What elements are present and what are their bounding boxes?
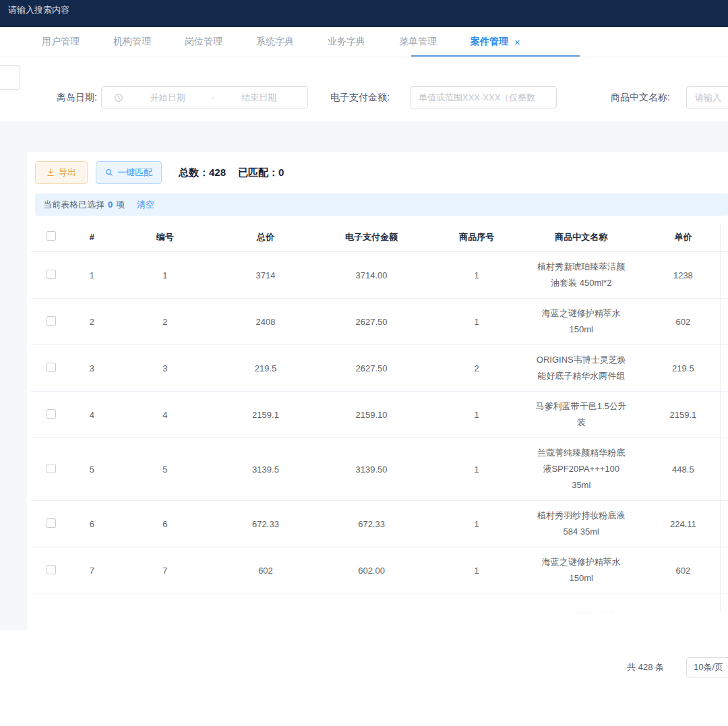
one-click-match-button[interactable]: 一键匹配 xyxy=(96,161,162,184)
column-header: 电子支付金额 xyxy=(314,231,429,243)
total-label: 总数： xyxy=(179,167,209,178)
column-header: 商品序号 xyxy=(429,231,524,243)
row-checkbox[interactable] xyxy=(47,363,56,372)
table-row: 553139.53139.501兰蔻菁纯臻颜精华粉底液SPF20PA+++100… xyxy=(31,438,728,501)
selection-suffix: 项 xyxy=(116,199,125,211)
table-body: 1137143714.001植村秀新琥珀臻萃洁颜油套装 450ml*212382… xyxy=(31,252,728,615)
row-checkbox[interactable] xyxy=(47,316,56,326)
tab-菜单管理[interactable]: 菜单管理 xyxy=(399,27,437,57)
global-search-input[interactable]: 请输入搜索内容 xyxy=(8,4,69,16)
cell-paid: 672.33 xyxy=(314,519,429,529)
tab-label: 菜单管理 xyxy=(399,36,437,48)
tab-业务字典[interactable]: 业务字典 xyxy=(328,27,365,57)
cell-name: ORIGINS韦博士灵芝焕能好底子精华水两件组 xyxy=(524,352,638,384)
matched-value: 0 xyxy=(278,167,284,178)
table-row: 442159.12159.101马爹利蓝带干邑1.5公升装2159.1 xyxy=(31,392,728,438)
table-row: 77602602.001海蓝之谜修护精萃水 150ml602 xyxy=(31,547,728,594)
cell-index: 1 xyxy=(71,270,113,280)
cell-total: 3714 xyxy=(217,270,313,280)
row-checkbox[interactable] xyxy=(47,464,56,473)
cell-code: 3 xyxy=(113,363,217,373)
cell-code: 4 xyxy=(113,410,217,420)
cell-paid: 3714.00 xyxy=(314,270,429,280)
cell-paid: 3139.50 xyxy=(314,464,429,475)
tab-用户管理[interactable]: 用户管理 xyxy=(42,27,80,57)
data-table: #编号总价电子支付金额商品序号商品中文名称单价 1137143714.001植村… xyxy=(31,222,728,615)
tab-案件管理[interactable]: 案件管理× xyxy=(471,27,520,57)
row-checkbox[interactable] xyxy=(47,565,56,574)
end-date-placeholder: 结束日期 xyxy=(218,92,301,104)
tab-label: 系统字典 xyxy=(256,36,294,48)
cell-unit: 270.87 xyxy=(638,611,728,615)
cell-code: 7 xyxy=(113,566,217,576)
cell-unit: 602 xyxy=(638,317,728,327)
cell-paid: 2627.50 xyxy=(314,317,429,327)
export-button[interactable]: 导出 xyxy=(35,161,88,184)
filter-section: 离岛日期: 开始日期 - 结束日期 电子支付金额: 商品中文名称: xyxy=(0,57,728,121)
row-checkbox[interactable] xyxy=(47,270,56,279)
cell-index: 4 xyxy=(71,410,113,420)
cell-code: 1 xyxy=(113,270,217,280)
table-row: 2224082627.501海蓝之谜修护精萃水 150ml602 xyxy=(31,299,728,345)
product-name-input[interactable] xyxy=(686,86,728,109)
amount-filter-label: 电子支付金额: xyxy=(330,86,390,109)
table-row: 1137143714.001植村秀新琥珀臻萃洁颜油套装 450ml*21238 xyxy=(31,252,728,299)
search-icon xyxy=(105,169,113,177)
cell-paid: 1083.47 xyxy=(314,611,429,615)
select-all-checkbox[interactable] xyxy=(47,231,56,241)
cell-seq: 1 xyxy=(429,519,524,529)
cell-index: 5 xyxy=(71,464,113,475)
pagination-total: 共 428 条 xyxy=(573,657,664,677)
tab-机构管理[interactable]: 机构管理 xyxy=(113,27,151,57)
cell-seq: 1 xyxy=(429,464,524,475)
close-icon[interactable]: × xyxy=(514,36,520,48)
case-management-page: 请输入搜索内容 用户管理机构管理岗位管理系统字典业务字典菜单管理案件管理× 离岛… xyxy=(0,0,728,726)
date-range-separator: - xyxy=(209,92,217,102)
cell-name: 卡诗菁纯亮泽经典香氛 xyxy=(524,608,638,615)
match-button-label: 一键匹配 xyxy=(117,167,152,179)
row-checkbox[interactable] xyxy=(47,610,56,615)
cell-name: 海蓝之谜修护精萃水 150ml xyxy=(524,554,638,586)
cell-code: 5 xyxy=(113,464,217,475)
table-row: 881083.471083.471卡诗菁纯亮泽经典香氛270.87 xyxy=(31,594,728,615)
date-range-input[interactable]: 开始日期 - 结束日期 xyxy=(101,86,308,109)
clear-selection-link[interactable]: 清空 xyxy=(137,199,154,211)
cell-total: 602 xyxy=(217,566,313,576)
tab-label: 机构管理 xyxy=(113,36,151,48)
tab-bar: 用户管理机构管理岗位管理系统字典业务字典菜单管理案件管理× xyxy=(0,27,728,57)
cell-total: 219.5 xyxy=(217,363,313,373)
cell-index: 6 xyxy=(71,519,113,529)
selection-bar: 当前表格已选择 0 项 清空 xyxy=(35,193,728,216)
amount-input[interactable] xyxy=(410,86,557,109)
start-date-placeholder: 开始日期 xyxy=(126,92,209,104)
tab-label: 业务字典 xyxy=(328,36,365,48)
product-name-filter-label: 商品中文名称: xyxy=(611,86,670,109)
row-checkbox[interactable] xyxy=(47,518,56,528)
column-header: 总价 xyxy=(217,231,313,243)
cell-unit: 219.5 xyxy=(638,363,728,373)
top-bar: 请输入搜索内容 xyxy=(0,0,728,27)
page-size-select[interactable]: 10条/页 xyxy=(686,657,728,677)
column-header: 编号 xyxy=(113,231,217,243)
cell-unit: 602 xyxy=(638,566,728,576)
cell-name: 植村秀新琥珀臻萃洁颜油套装 450ml*2 xyxy=(524,259,638,291)
cell-seq: 1 xyxy=(429,566,524,576)
cell-index: 2 xyxy=(71,317,113,327)
cell-paid: 2159.10 xyxy=(314,410,429,420)
cell-seq: 1 xyxy=(429,317,524,327)
column-header: 单价 xyxy=(638,231,728,243)
cell-index: 3 xyxy=(71,363,113,373)
tab-岗位管理[interactable]: 岗位管理 xyxy=(185,27,222,57)
tab-label: 岗位管理 xyxy=(185,36,222,48)
cell-total: 1083.47 xyxy=(217,611,313,615)
tab-系统字典[interactable]: 系统字典 xyxy=(256,27,294,57)
table-row: 66672.33672.331植村秀羽纱持妆粉底液 584 35ml224.11 xyxy=(31,501,728,547)
cell-name: 兰蔻菁纯臻颜精华粉底液SPF20PA+++100 35ml xyxy=(524,445,638,493)
cell-total: 672.33 xyxy=(217,519,313,529)
selection-count: 0 xyxy=(108,200,113,210)
table-header-row: #编号总价电子支付金额商品序号商品中文名称单价 xyxy=(31,222,728,252)
cell-name: 马爹利蓝带干邑1.5公升装 xyxy=(524,398,638,431)
row-checkbox[interactable] xyxy=(47,409,56,419)
selection-prefix: 当前表格已选择 xyxy=(43,199,104,211)
cell-unit: 224.11 xyxy=(638,519,728,529)
